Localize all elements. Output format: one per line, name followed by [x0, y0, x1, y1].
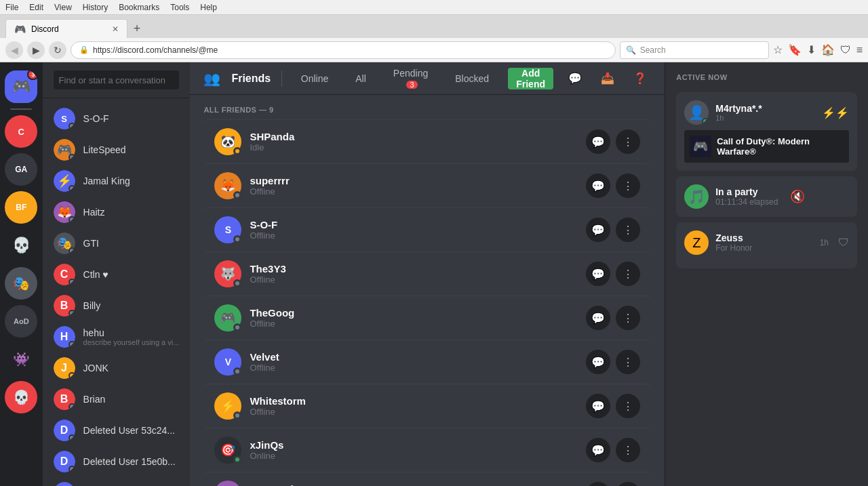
server-icon-8[interactable]: 💀 — [5, 381, 37, 413]
dm-item-deleted1[interactable]: D Deleted User 53c24... — [48, 416, 185, 445]
browser-search-bar[interactable]: 🔍 Search — [620, 41, 769, 59]
friend-item-xxrenati[interactable]: 🎭 XxRenati Offline 💬 ⋮ — [203, 472, 651, 486]
tab-favicon: 🎮 — [14, 24, 26, 35]
dm-name: GTI — [83, 238, 180, 249]
status-dot — [68, 247, 75, 254]
friend-item-superrrr[interactable]: 🦊 superrrr Offline 💬 ⋮ — [203, 163, 651, 207]
more-options-button[interactable]: ⋮ — [616, 218, 640, 242]
dm-search-input[interactable] — [54, 70, 180, 89]
more-options-button[interactable]: ⋮ — [616, 482, 640, 486]
menu-icon[interactable]: ≡ — [856, 44, 863, 56]
server-icon-1[interactable]: C — [5, 115, 37, 148]
tab-pending[interactable]: Pending 3 — [385, 68, 436, 89]
active-user-time: 1h — [715, 114, 815, 122]
server-icon-2[interactable]: GA — [5, 153, 37, 186]
dm-name: Billy — [83, 300, 180, 311]
friend-actions: 💬 ⋮ — [586, 218, 640, 242]
party-info: In a party 01:11:34 elapsed — [715, 186, 778, 207]
dm-item-sof[interactable]: S S-O-F — [48, 104, 185, 134]
menu-history[interactable]: History — [83, 3, 108, 12]
message-friend-button[interactable]: 💬 — [586, 350, 610, 374]
bookmark-icon[interactable]: 🔖 — [788, 43, 802, 56]
more-options-button[interactable]: ⋮ — [616, 350, 640, 374]
message-friend-button[interactable]: 💬 — [586, 129, 610, 154]
notification-badge: 3 — [27, 70, 37, 80]
message-friend-button[interactable]: 💬 — [586, 482, 610, 486]
message-friend-button[interactable]: 💬 — [586, 438, 610, 462]
dm-name: JONK — [83, 363, 180, 373]
server-icon-6[interactable]: AoD — [5, 305, 37, 338]
dm-item-billy[interactable]: B Billy — [48, 291, 185, 321]
inbox-icon: 📥 — [601, 72, 614, 85]
message-friend-button[interactable]: 💬 — [586, 306, 610, 330]
tab-blocked[interactable]: Blocked — [447, 68, 497, 89]
dm-item-gti[interactable]: 🎭 GTI — [48, 228, 185, 258]
new-group-dm-button[interactable]: 💬 — [564, 68, 586, 89]
friend-avatar-thegoog: 🎮 — [214, 304, 241, 331]
url-bar[interactable]: 🔒 https://discord.com/channels/@me — [71, 41, 616, 59]
friend-item-sof[interactable]: S S-O-F Offline 💬 ⋮ — [203, 207, 651, 251]
menu-edit[interactable]: Edit — [29, 3, 43, 12]
more-options-button[interactable]: ⋮ — [616, 394, 640, 418]
dm-item-deleted2[interactable]: D Deleted User 15e0b... — [48, 447, 185, 477]
friend-item-the3y3[interactable]: 🐺 The3Y3 Offline 💬 ⋮ — [203, 251, 651, 296]
server-icon-3[interactable]: BF — [5, 191, 37, 224]
tab-online[interactable]: Online — [293, 68, 336, 89]
shield-icon[interactable]: 🛡 — [840, 44, 851, 56]
dm-item-litespeed[interactable]: 🎮 LiteSpeed — [48, 135, 185, 165]
dm-item-jamal[interactable]: ⚡ Jamal King — [48, 166, 185, 196]
message-friend-button[interactable]: 💬 — [586, 218, 610, 242]
menu-file[interactable]: File — [5, 3, 18, 12]
friend-info: XxRenati Offline — [250, 483, 586, 486]
browser-search-text: Search — [640, 45, 666, 55]
forward-button[interactable]: ▶ — [27, 41, 45, 59]
menu-view[interactable]: View — [54, 3, 72, 12]
tab-all[interactable]: All — [347, 68, 374, 89]
message-friend-button[interactable]: 💬 — [586, 262, 610, 286]
dm-item-jonk[interactable]: J JONK — [48, 353, 185, 383]
message-friend-button[interactable]: 💬 — [586, 174, 610, 198]
server-icon-7[interactable]: 👾 — [5, 343, 37, 376]
friend-status-dot — [233, 279, 241, 287]
more-options-button[interactable]: ⋮ — [616, 262, 640, 286]
friend-info: SHPanda Idle — [250, 131, 586, 153]
dm-item-hehu[interactable]: H hehu describe yourself using a vi... — [48, 322, 185, 352]
download-icon[interactable]: ⬇ — [807, 43, 816, 56]
tab-close-icon[interactable]: ✕ — [112, 24, 119, 34]
status-dot — [68, 372, 75, 379]
home-server-icon[interactable]: 🎮 3 — [5, 70, 37, 103]
add-friend-button[interactable]: Add Friend — [508, 68, 553, 89]
dm-item-danny[interactable]: D dANNNY — [48, 478, 185, 486]
friend-item-whitestorm[interactable]: ⚡ Whitestorm Offline 💬 ⋮ — [203, 384, 651, 428]
dm-avatar-gti: 🎭 — [54, 232, 75, 254]
browser-tab-discord[interactable]: 🎮 Discord ✕ — [5, 19, 127, 38]
more-options-button[interactable]: ⋮ — [616, 306, 640, 330]
status-dot — [68, 310, 75, 317]
friend-item-thegoog[interactable]: 🎮 TheGoog Offline 💬 ⋮ — [203, 296, 651, 340]
friend-item-shpanda[interactable]: 🐼 SHPanda Idle 💬 ⋮ — [203, 119, 651, 163]
more-options-button[interactable]: ⋮ — [616, 129, 640, 154]
more-options-button[interactable]: ⋮ — [616, 438, 640, 462]
dm-sub: describe yourself using a vi... — [83, 338, 180, 346]
reload-button[interactable]: ↻ — [49, 41, 66, 59]
inbox-button[interactable]: 📥 — [597, 68, 618, 89]
menu-bookmarks[interactable]: Bookmarks — [119, 3, 159, 12]
help-button[interactable]: ❓ — [629, 68, 651, 89]
home-icon[interactable]: 🏠 — [821, 43, 835, 56]
server-icon-4[interactable]: 💀 — [5, 229, 37, 262]
active-user-card-m4rtyna: 👤 M4rtyna*.* 1h ⚡⚡ 🎮 Call of Duty®: Mode… — [676, 92, 857, 171]
friend-name: Velvet — [250, 351, 586, 363]
dm-item-haitz[interactable]: 🦊 Haitz — [48, 197, 185, 227]
server-icon-5[interactable]: 🎭 — [5, 267, 37, 300]
more-options-button[interactable]: ⋮ — [616, 174, 640, 198]
dm-item-ctln[interactable]: C Ctln ♥ — [48, 260, 185, 289]
friend-item-velvet[interactable]: V Velvet Offline 💬 ⋮ — [203, 340, 651, 384]
back-button[interactable]: ◀ — [5, 41, 23, 59]
dm-item-brian[interactable]: B Brian — [48, 384, 185, 414]
new-tab-button[interactable]: + — [127, 19, 146, 38]
message-friend-button[interactable]: 💬 — [586, 394, 610, 418]
bookmark-star-icon[interactable]: ☆ — [773, 43, 783, 56]
menu-help[interactable]: Help — [200, 3, 217, 12]
menu-tools[interactable]: Tools — [170, 3, 189, 12]
friend-item-xjinqs[interactable]: 🎯 xJinQs Online 💬 ⋮ — [203, 428, 651, 472]
